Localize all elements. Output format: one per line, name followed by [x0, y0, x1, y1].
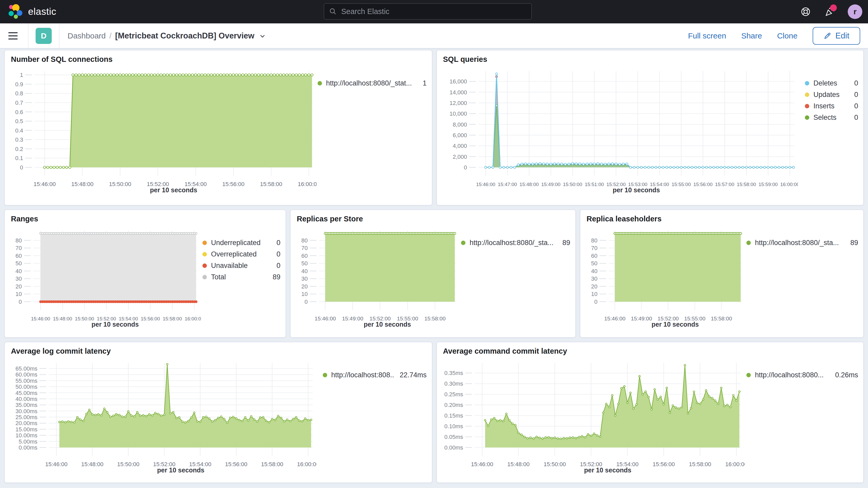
legend-color-dot: [461, 241, 465, 245]
chart-canvas[interactable]: 15:46:0015:47:0015:48:0015:49:0015:50:00…: [442, 65, 798, 196]
y-axis-tick-label: 40: [302, 268, 308, 274]
y-axis-tick-label: 60: [302, 252, 308, 259]
title-chevron-down-icon[interactable]: [258, 32, 267, 40]
sql-connections-chart[interactable]: 15:46:0015:48:0015:50:0015:52:0015:54:00…: [10, 65, 316, 201]
x-axis-tick-label: 16:00:00: [185, 316, 201, 322]
chart-canvas[interactable]: 15:46:0015:48:0015:50:0015:52:0015:54:00…: [10, 357, 316, 476]
news-party-icon[interactable]: [824, 6, 835, 18]
legend-item[interactable]: http://localhost:808...22.74ms: [323, 371, 427, 379]
elastic-brand[interactable]: elastic: [8, 4, 56, 20]
legend-color-dot: [805, 104, 809, 109]
sql-queries-legend: Deletes0Updates0Inserts0Selects0: [805, 65, 858, 201]
x-axis-tick-label: 15:56:00: [225, 461, 247, 467]
toolbar-divider-2: [59, 23, 59, 48]
y-axis-tick-label: 0.9: [15, 81, 23, 88]
y-axis-tick-label: 0.20ms: [444, 402, 463, 408]
x-axis-tick-label: 15:46:00: [315, 315, 336, 322]
y-axis-tick-label: 0.1: [15, 155, 23, 161]
y-axis-tick-label: 55.00ms: [16, 377, 37, 384]
panel-title[interactable]: Number of SQL connections: [11, 55, 427, 64]
chart-canvas[interactable]: 15:46:0015:49:0015:52:0015:55:0015:58:00…: [296, 224, 460, 330]
legend-value: 0: [854, 113, 858, 122]
legend-item[interactable]: Selects0: [805, 113, 858, 122]
x-axis-label: per 10 seconds: [364, 321, 411, 328]
x-axis-tick-label: 15:49:00: [342, 315, 363, 322]
edit-button[interactable]: Edit: [813, 27, 860, 45]
legend-value: 0: [277, 250, 280, 258]
y-axis-tick-label: 10: [591, 291, 597, 297]
clone-button[interactable]: Clone: [777, 31, 797, 40]
y-axis-tick-label: 80: [591, 237, 597, 244]
y-axis-tick-label: 40: [591, 268, 597, 274]
dashboard-badge[interactable]: D: [36, 28, 52, 44]
search-icon: [329, 8, 337, 15]
legend-item[interactable]: Updates0: [805, 90, 858, 99]
global-search-box[interactable]: [324, 3, 532, 20]
sql-queries-chart[interactable]: 15:46:0015:47:0015:48:0015:49:0015:50:00…: [442, 65, 798, 201]
legend-item[interactable]: Underreplicated0: [203, 239, 280, 247]
chart-canvas[interactable]: 15:46:0015:48:0015:50:0015:52:0015:54:00…: [10, 224, 201, 330]
ranges-chart[interactable]: 15:46:0015:48:0015:50:0015:52:0015:54:00…: [10, 224, 201, 333]
avg-command-commit-latency-chart[interactable]: 15:46:0015:48:0015:50:0015:52:0015:54:00…: [442, 357, 745, 478]
user-avatar[interactable]: r: [848, 4, 862, 19]
x-axis-tick-label: 15:46:00: [604, 315, 625, 322]
legend-label: Unavailable: [211, 262, 271, 270]
chart-canvas[interactable]: 15:46:0015:49:0015:52:0015:55:0015:58:00…: [586, 224, 745, 330]
legend-item[interactable]: Total89: [203, 273, 280, 281]
x-axis-label: per 10 seconds: [157, 466, 204, 474]
legend-item[interactable]: http://localhost:8080...0.26ms: [746, 371, 858, 379]
y-axis-tick-label: 50: [302, 260, 308, 267]
panel-title[interactable]: Replicas per Store: [297, 215, 570, 223]
y-axis-tick-label: 0.25ms: [444, 391, 463, 398]
search-input[interactable]: [341, 7, 526, 16]
share-button[interactable]: Share: [741, 31, 762, 40]
avg-log-commit-latency-chart[interactable]: 15:46:0015:48:0015:50:0015:52:0015:54:00…: [10, 357, 316, 478]
y-axis-tick-label: 30: [302, 275, 308, 282]
legend-color-dot: [323, 373, 327, 377]
legend-label: Overreplicated: [211, 250, 271, 258]
x-axis-label: per 10 seconds: [652, 321, 699, 328]
replica-leaseholders-chart[interactable]: 15:46:0015:49:0015:52:0015:55:0015:58:00…: [586, 224, 745, 333]
replicas-per-store-chart[interactable]: 15:46:0015:49:0015:52:0015:55:0015:58:00…: [296, 224, 460, 333]
legend-item[interactable]: http://localhost:8080/_sta...89: [461, 239, 570, 247]
x-axis-tick-label: 15:50:00: [109, 181, 131, 187]
legend-label: http://localhost:8080/_sta...: [755, 239, 845, 247]
chart-canvas[interactable]: 15:46:0015:48:0015:50:0015:52:0015:54:00…: [442, 357, 745, 476]
panel-title[interactable]: Replica leaseholders: [587, 215, 858, 223]
legend-item[interactable]: http://localhost:8080/_stat...1: [317, 79, 427, 87]
legend-item[interactable]: Deletes0: [805, 79, 858, 87]
panel-title[interactable]: Average log commit latency: [11, 347, 427, 356]
menu-hamburger-icon[interactable]: [8, 32, 18, 39]
x-axis-tick-label: 15:48:00: [507, 461, 530, 467]
panel-replica-leaseholders: Replica leaseholders 15:46:0015:49:0015:…: [580, 210, 864, 338]
full-screen-button[interactable]: Full screen: [688, 31, 726, 40]
panel-avg-log-commit-latency: Average log commit latency 15:46:0015:48…: [4, 342, 432, 483]
y-axis-tick-label: 14,000: [450, 89, 467, 96]
legend-item[interactable]: Overreplicated0: [203, 250, 280, 258]
legend-item[interactable]: Inserts0: [805, 102, 858, 110]
x-axis-tick-label: 15:46:00: [471, 461, 493, 467]
panel-replicas-per-store: Replicas per Store 15:46:0015:49:0015:52…: [290, 210, 576, 338]
x-axis-tick-label: 15:55:00: [672, 182, 691, 187]
x-axis-tick-label: 15:58:00: [737, 182, 756, 187]
legend-color-dot: [317, 81, 322, 86]
x-axis-tick-label: 15:56:00: [222, 181, 245, 187]
y-axis-tick-label: 65.00ms: [16, 365, 37, 372]
y-axis-tick-label: 60.00ms: [16, 371, 37, 378]
y-axis-tick-label: 25.00ms: [16, 414, 37, 421]
breadcrumb-dashboard[interactable]: Dashboard: [68, 31, 106, 40]
legend-item[interactable]: http://localhost:8080/_sta...89: [746, 239, 858, 247]
chart-canvas[interactable]: 15:46:0015:48:0015:50:0015:52:0015:54:00…: [10, 65, 316, 196]
help-icon[interactable]: [800, 6, 811, 18]
y-axis-tick-label: 30: [16, 275, 22, 282]
x-axis-tick-label: 15:48:00: [71, 181, 94, 187]
x-axis-tick-label: 15:56:00: [693, 182, 712, 187]
y-axis-tick-label: 0.00ms: [19, 444, 37, 451]
y-axis-tick-label: 1: [20, 72, 23, 78]
panel-title[interactable]: Ranges: [11, 215, 280, 223]
y-axis-tick-label: 16,000: [450, 78, 467, 85]
x-axis-tick-label: 16:00:00: [780, 182, 798, 187]
panel-title[interactable]: SQL queries: [443, 55, 858, 64]
panel-title[interactable]: Average command commit latency: [443, 347, 858, 356]
legend-item[interactable]: Unavailable0: [203, 262, 280, 270]
